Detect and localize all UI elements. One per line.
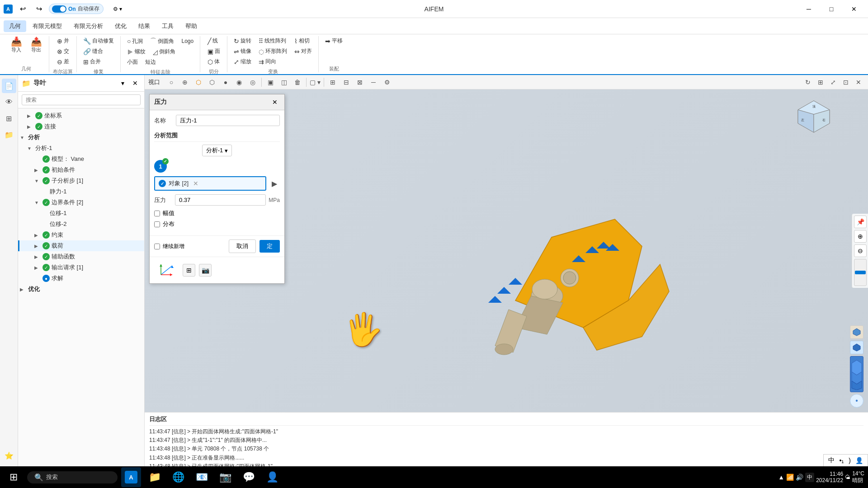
taskbar-icon-user[interactable]: 👤: [262, 467, 282, 487]
tree-arrow-helper[interactable]: ▶: [34, 254, 41, 259]
intersect-button[interactable]: ⊗ 交: [54, 47, 72, 56]
tree-arrow-load[interactable]: ▶: [34, 244, 41, 249]
tree-arrow-optimize[interactable]: ▶: [20, 287, 26, 292]
taskbar-ime-indicator[interactable]: 中: [805, 473, 814, 482]
cube-control-main[interactable]: [850, 356, 863, 392]
tree-item-model[interactable]: ▶ ✓ 模型： Vane: [18, 154, 144, 164]
menu-item-results[interactable]: 结果: [133, 20, 156, 32]
tree-item-helper[interactable]: ▶ ✓ 辅助函数: [18, 251, 144, 262]
vp-btn-delete[interactable]: 🗑: [292, 76, 303, 88]
face-button[interactable]: ▣ 面: [205, 47, 223, 56]
rt-btn-zoom-in[interactable]: ⊕: [854, 230, 867, 243]
tree-item-disp1[interactable]: ▶ 位移-1: [18, 208, 144, 219]
maximize-button[interactable]: □: [821, 2, 842, 16]
taskbar-icon-chat[interactable]: 💬: [239, 467, 259, 487]
fillet-button[interactable]: ⌒ 倒圆角: [147, 36, 177, 46]
viewport-3d[interactable]: 压力 ✕ 名称 分析范围 分析-1: [145, 89, 868, 412]
tree-arrow-analysis[interactable]: ▼: [20, 135, 26, 140]
side-icon-view[interactable]: 👁: [2, 95, 16, 109]
taskbar-network-icon[interactable]: 📶: [786, 474, 794, 481]
rt-btn-pin[interactable]: 📌: [854, 216, 867, 228]
taskbar-weather[interactable]: 14°C 晴阴: [852, 470, 864, 484]
menu-item-fem-model[interactable]: 有限元模型: [27, 20, 67, 32]
confirm-button[interactable]: 定: [259, 240, 280, 253]
sidebar-close-button[interactable]: ✕: [130, 78, 141, 89]
dialog-close-button[interactable]: ✕: [270, 97, 280, 107]
pressure-input[interactable]: [175, 194, 266, 206]
combine-button[interactable]: ⊞ 合并: [80, 57, 104, 66]
analysis-dropdown[interactable]: 分析-1 ▾: [202, 145, 232, 156]
target-next-button[interactable]: ▶: [269, 178, 280, 189]
tree-item-constraint[interactable]: ▶ ✓ 约束: [18, 230, 144, 240]
vp-btn-target[interactable]: ⊕: [179, 76, 191, 88]
thread-button[interactable]: ⫸ 螺纹: [124, 47, 148, 56]
autosave-toggle[interactable]: On 自动保存: [49, 4, 104, 14]
arc-array-button[interactable]: ◌ 环形阵列: [256, 47, 290, 56]
taskbar-icon-mail[interactable]: 📧: [192, 467, 212, 487]
tree-item-init[interactable]: ▶ ✓ 初始条件: [18, 164, 144, 175]
taskbar-icon-browser[interactable]: 🌐: [168, 467, 188, 487]
vp-btn-select[interactable]: ▢ ▾: [309, 76, 321, 88]
ime-char-4[interactable]: 👤: [855, 457, 863, 464]
amplitude-checkbox[interactable]: [154, 211, 160, 216]
short-edge-button[interactable]: 短边: [142, 57, 159, 67]
hole-button[interactable]: ○ 孔洞: [124, 36, 146, 46]
vp-btn-sphere3[interactable]: ◎: [247, 76, 259, 88]
vp-btn-cube-outline[interactable]: ⬡: [206, 76, 218, 88]
vp-btn-settings[interactable]: ⚙: [381, 76, 393, 88]
tangent-button[interactable]: ⌇ 相切: [292, 36, 315, 46]
small-face-button[interactable]: 小面: [124, 57, 141, 67]
tree-arrow-coord[interactable]: ▶: [27, 113, 33, 118]
nav-cube-container[interactable]: 顶 左 右: [796, 99, 832, 136]
chamfer-button[interactable]: ◿ 倒斜角: [150, 47, 178, 56]
menu-item-help[interactable]: 帮助: [180, 20, 203, 32]
vp-btn-grid2[interactable]: ⊟: [340, 76, 352, 88]
taskbar-icon-explorer[interactable]: 📁: [145, 467, 165, 487]
cancel-button[interactable]: 取消: [229, 239, 256, 253]
side-icon-document[interactable]: 📄: [2, 79, 16, 93]
ime-char-1[interactable]: 中: [828, 456, 835, 465]
tree-arrow-constraint[interactable]: ▶: [34, 233, 41, 238]
tree-arrow-init[interactable]: ▶: [34, 168, 41, 173]
tree-arrow-analysis1[interactable]: ▼: [27, 146, 33, 151]
cube-control-round[interactable]: •: [850, 394, 863, 408]
union-button[interactable]: ⊕ 并: [54, 36, 72, 46]
taskbar-system-tray[interactable]: ▲: [778, 474, 784, 481]
vp-btn-rect2[interactable]: ◫: [278, 76, 290, 88]
rt-btn-zoom-out[interactable]: ⊖: [854, 244, 867, 257]
body-button[interactable]: ⬡ 体: [205, 57, 222, 66]
cube-control-1[interactable]: [850, 325, 863, 339]
vp-btn-rect[interactable]: ▣: [264, 76, 276, 88]
line-button[interactable]: ╱ 线: [205, 36, 221, 46]
taskbar-icon-aifem[interactable]: A: [121, 467, 141, 487]
tree-item-boundary[interactable]: ▼ ✓ 边界条件 [2]: [18, 197, 144, 208]
search-input[interactable]: [22, 94, 141, 105]
tree-arrow-connect[interactable]: ▶: [27, 124, 33, 129]
ime-char-3[interactable]: ): [849, 457, 851, 464]
diff-button[interactable]: ⊖ 差: [54, 57, 72, 66]
continue-new-checkbox[interactable]: [154, 244, 160, 249]
auto-modify-button[interactable]: 🔧 自动修复: [80, 36, 117, 46]
menu-item-tools[interactable]: 工具: [156, 20, 179, 32]
tree-item-load[interactable]: ▶ ✓ 载荷: [18, 240, 144, 251]
merge-button[interactable]: 🔗 缝合: [80, 47, 106, 56]
tree-item-substep[interactable]: ▼ ✓ 子分析步 [1]: [18, 175, 144, 186]
linear-array-button[interactable]: ⠿ 线性阵列: [256, 36, 290, 46]
vp-btn-sphere[interactable]: ●: [220, 76, 231, 88]
vp-btn-refresh[interactable]: ↻: [802, 76, 814, 88]
vp-btn-minus[interactable]: ─: [368, 76, 379, 88]
tree-item-disp2[interactable]: ▶ 位移-2: [18, 219, 144, 230]
tree-arrow-boundary[interactable]: ▼: [34, 200, 41, 205]
menu-item-fem-analysis[interactable]: 有限元分析: [68, 20, 108, 32]
settings-button[interactable]: ⚙ ▾: [107, 2, 128, 16]
target-clear-button[interactable]: ✕: [191, 179, 200, 188]
close-button[interactable]: ✕: [844, 2, 864, 16]
tree-item-analysis1[interactable]: ▼ 分析-1: [18, 143, 144, 154]
scale-button[interactable]: ⤢ 缩放: [231, 57, 254, 66]
tree-arrow-output[interactable]: ▶: [34, 265, 41, 270]
taskbar-speaker-icon[interactable]: 🔊: [796, 474, 803, 481]
mirror-button[interactable]: ⇌ 镜像: [231, 47, 254, 56]
same-dir-button[interactable]: ⇉ 同向: [256, 57, 290, 66]
minimize-button[interactable]: ─: [798, 2, 819, 16]
logo-button[interactable]: Logo: [179, 36, 196, 46]
